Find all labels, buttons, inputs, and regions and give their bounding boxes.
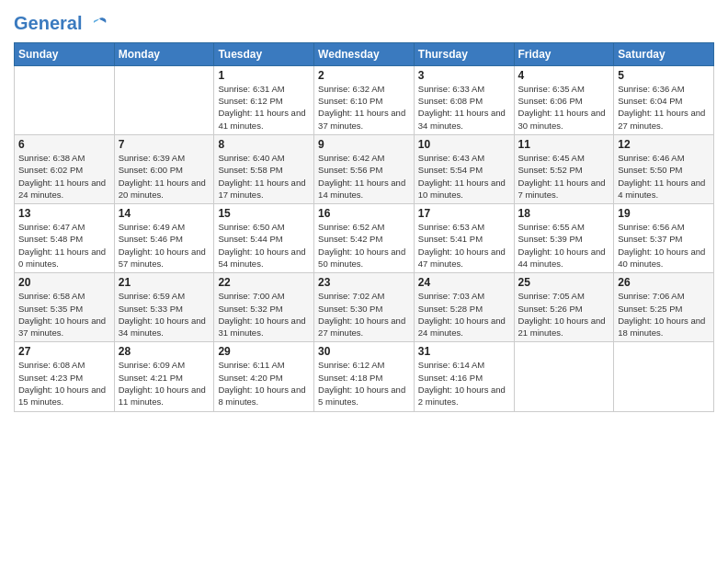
calendar-cell: 30Sunrise: 6:12 AMSunset: 4:18 PMDayligh… — [314, 342, 415, 411]
day-number: 21 — [119, 276, 210, 289]
day-info: Sunrise: 6:08 AMSunset: 4:23 PMDaylight:… — [18, 359, 110, 408]
day-info: Sunrise: 6:35 AMSunset: 6:06 PMDaylight:… — [518, 83, 610, 132]
calendar-cell: 26Sunrise: 7:06 AMSunset: 5:25 PMDayligh… — [614, 273, 714, 342]
day-info: Sunrise: 6:31 AMSunset: 6:12 PMDaylight:… — [218, 83, 310, 132]
day-number: 30 — [318, 345, 410, 358]
day-number: 24 — [418, 276, 510, 289]
day-info: Sunrise: 6:55 AMSunset: 5:39 PMDaylight:… — [518, 221, 610, 270]
day-number: 2 — [318, 69, 410, 82]
day-info: Sunrise: 6:39 AMSunset: 6:00 PMDaylight:… — [119, 152, 210, 201]
calendar-cell: 21Sunrise: 6:59 AMSunset: 5:33 PMDayligh… — [114, 273, 214, 342]
calendar-cell: 20Sunrise: 6:58 AMSunset: 5:35 PMDayligh… — [15, 273, 115, 342]
day-number: 12 — [618, 138, 710, 151]
calendar-cell: 27Sunrise: 6:08 AMSunset: 4:23 PMDayligh… — [15, 342, 115, 411]
calendar-cell: 3Sunrise: 6:33 AMSunset: 6:08 PMDaylight… — [414, 65, 514, 134]
weekday-header-thursday: Thursday — [414, 42, 514, 65]
calendar-cell: 15Sunrise: 6:50 AMSunset: 5:44 PMDayligh… — [214, 204, 314, 273]
day-info: Sunrise: 6:46 AMSunset: 5:50 PMDaylight:… — [618, 152, 710, 201]
logo: General — [14, 13, 109, 35]
day-info: Sunrise: 6:42 AMSunset: 5:56 PMDaylight:… — [318, 152, 410, 201]
calendar-cell: 8Sunrise: 6:40 AMSunset: 5:58 PMDaylight… — [214, 134, 314, 203]
day-number: 27 — [18, 345, 110, 358]
calendar-cell: 29Sunrise: 6:11 AMSunset: 4:20 PMDayligh… — [214, 342, 314, 411]
day-number: 26 — [618, 276, 710, 289]
calendar-cell: 2Sunrise: 6:32 AMSunset: 6:10 PMDaylight… — [314, 65, 415, 134]
week-row-5: 27Sunrise: 6:08 AMSunset: 4:23 PMDayligh… — [15, 342, 714, 411]
calendar-cell: 31Sunrise: 6:14 AMSunset: 4:16 PMDayligh… — [414, 342, 514, 411]
calendar-cell — [15, 65, 115, 134]
day-number: 18 — [518, 207, 610, 220]
day-info: Sunrise: 6:36 AMSunset: 6:04 PMDaylight:… — [618, 83, 710, 132]
calendar-cell: 9Sunrise: 6:42 AMSunset: 5:56 PMDaylight… — [314, 134, 415, 203]
weekday-header-sunday: Sunday — [15, 42, 115, 65]
day-number: 29 — [218, 345, 310, 358]
calendar-cell: 4Sunrise: 6:35 AMSunset: 6:06 PMDaylight… — [514, 65, 614, 134]
day-info: Sunrise: 6:52 AMSunset: 5:42 PMDaylight:… — [318, 221, 410, 270]
day-info: Sunrise: 6:40 AMSunset: 5:58 PMDaylight:… — [218, 152, 310, 201]
weekday-header-monday: Monday — [114, 42, 214, 65]
weekday-header-friday: Friday — [514, 42, 614, 65]
week-row-2: 6Sunrise: 6:38 AMSunset: 6:02 PMDaylight… — [15, 134, 714, 203]
calendar-cell: 5Sunrise: 6:36 AMSunset: 6:04 PMDaylight… — [614, 65, 714, 134]
day-number: 15 — [218, 207, 310, 220]
day-info: Sunrise: 6:11 AMSunset: 4:20 PMDaylight:… — [218, 359, 310, 408]
calendar-cell — [114, 65, 214, 134]
day-number: 25 — [518, 276, 610, 289]
day-number: 20 — [18, 276, 110, 289]
calendar-cell: 12Sunrise: 6:46 AMSunset: 5:50 PMDayligh… — [614, 134, 714, 203]
day-number: 23 — [318, 276, 410, 289]
day-number: 10 — [418, 138, 510, 151]
calendar-cell: 25Sunrise: 7:05 AMSunset: 5:26 PMDayligh… — [514, 273, 614, 342]
day-number: 17 — [418, 207, 510, 220]
logo-bird-icon — [89, 15, 109, 35]
day-number: 9 — [318, 138, 410, 151]
calendar-cell — [614, 342, 714, 411]
day-info: Sunrise: 6:49 AMSunset: 5:46 PMDaylight:… — [119, 221, 210, 270]
logo-text: General — [14, 13, 109, 35]
day-info: Sunrise: 6:33 AMSunset: 6:08 PMDaylight:… — [418, 83, 510, 132]
day-number: 31 — [418, 345, 510, 358]
day-info: Sunrise: 6:56 AMSunset: 5:37 PMDaylight:… — [618, 221, 710, 270]
day-info: Sunrise: 6:09 AMSunset: 4:21 PMDaylight:… — [119, 359, 210, 408]
day-info: Sunrise: 7:06 AMSunset: 5:25 PMDaylight:… — [618, 290, 710, 339]
week-row-3: 13Sunrise: 6:47 AMSunset: 5:48 PMDayligh… — [15, 204, 714, 273]
calendar-cell: 10Sunrise: 6:43 AMSunset: 5:54 PMDayligh… — [414, 134, 514, 203]
day-number: 3 — [418, 69, 510, 82]
day-number: 11 — [518, 138, 610, 151]
week-row-4: 20Sunrise: 6:58 AMSunset: 5:35 PMDayligh… — [15, 273, 714, 342]
day-number: 14 — [119, 207, 210, 220]
calendar-cell: 13Sunrise: 6:47 AMSunset: 5:48 PMDayligh… — [15, 204, 115, 273]
weekday-header-tuesday: Tuesday — [214, 42, 314, 65]
day-number: 7 — [119, 138, 210, 151]
calendar-cell: 11Sunrise: 6:45 AMSunset: 5:52 PMDayligh… — [514, 134, 614, 203]
calendar-cell: 22Sunrise: 7:00 AMSunset: 5:32 PMDayligh… — [214, 273, 314, 342]
day-info: Sunrise: 6:32 AMSunset: 6:10 PMDaylight:… — [318, 83, 410, 132]
day-number: 19 — [618, 207, 710, 220]
day-info: Sunrise: 6:58 AMSunset: 5:35 PMDaylight:… — [18, 290, 110, 339]
day-info: Sunrise: 7:05 AMSunset: 5:26 PMDaylight:… — [518, 290, 610, 339]
day-info: Sunrise: 6:59 AMSunset: 5:33 PMDaylight:… — [119, 290, 210, 339]
calendar-cell: 17Sunrise: 6:53 AMSunset: 5:41 PMDayligh… — [414, 204, 514, 273]
week-row-1: 1Sunrise: 6:31 AMSunset: 6:12 PMDaylight… — [15, 65, 714, 134]
calendar-cell: 19Sunrise: 6:56 AMSunset: 5:37 PMDayligh… — [614, 204, 714, 273]
calendar-cell: 18Sunrise: 6:55 AMSunset: 5:39 PMDayligh… — [514, 204, 614, 273]
calendar-cell: 28Sunrise: 6:09 AMSunset: 4:21 PMDayligh… — [114, 342, 214, 411]
day-info: Sunrise: 6:14 AMSunset: 4:16 PMDaylight:… — [418, 359, 510, 408]
day-number: 1 — [218, 69, 310, 82]
day-number: 6 — [18, 138, 110, 151]
calendar-cell: 24Sunrise: 7:03 AMSunset: 5:28 PMDayligh… — [414, 273, 514, 342]
header: General — [14, 9, 714, 35]
day-number: 5 — [618, 69, 710, 82]
day-info: Sunrise: 6:43 AMSunset: 5:54 PMDaylight:… — [418, 152, 510, 201]
calendar-cell: 7Sunrise: 6:39 AMSunset: 6:00 PMDaylight… — [114, 134, 214, 203]
day-info: Sunrise: 6:53 AMSunset: 5:41 PMDaylight:… — [418, 221, 510, 270]
day-number: 28 — [119, 345, 210, 358]
calendar-cell: 23Sunrise: 7:02 AMSunset: 5:30 PMDayligh… — [314, 273, 415, 342]
weekday-header-row: SundayMondayTuesdayWednesdayThursdayFrid… — [15, 42, 714, 65]
calendar-cell: 6Sunrise: 6:38 AMSunset: 6:02 PMDaylight… — [15, 134, 115, 203]
calendar-table: SundayMondayTuesdayWednesdayThursdayFrid… — [14, 42, 714, 412]
day-info: Sunrise: 6:38 AMSunset: 6:02 PMDaylight:… — [18, 152, 110, 201]
calendar-cell — [514, 342, 614, 411]
day-number: 4 — [518, 69, 610, 82]
day-number: 8 — [218, 138, 310, 151]
